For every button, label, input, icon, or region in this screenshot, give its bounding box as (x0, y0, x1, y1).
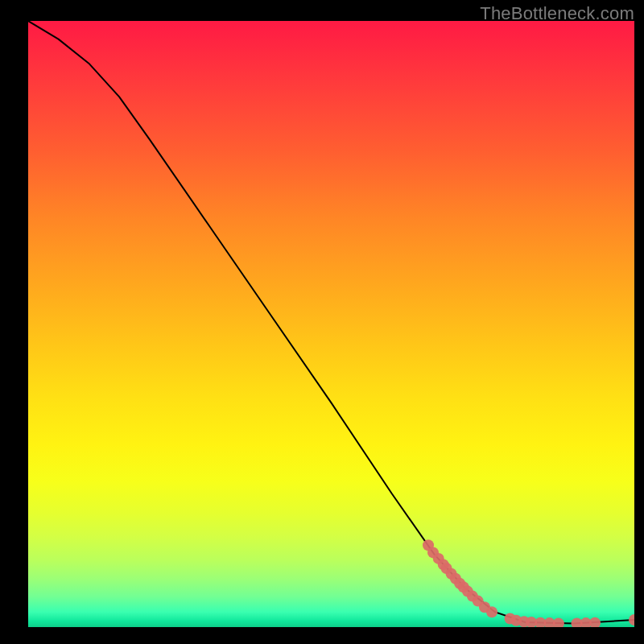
svg-point-24 (629, 614, 634, 625)
svg-point-23 (589, 617, 601, 627)
svg-point-20 (553, 618, 564, 628)
svg-point-13 (486, 606, 497, 617)
curve-line (28, 21, 634, 624)
chart-frame: TheBottleneck.com (0, 0, 644, 644)
curve-markers (423, 539, 634, 627)
watermark-text: TheBottleneck.com (480, 3, 634, 24)
plot-area (28, 21, 634, 627)
chart-svg (28, 21, 634, 627)
